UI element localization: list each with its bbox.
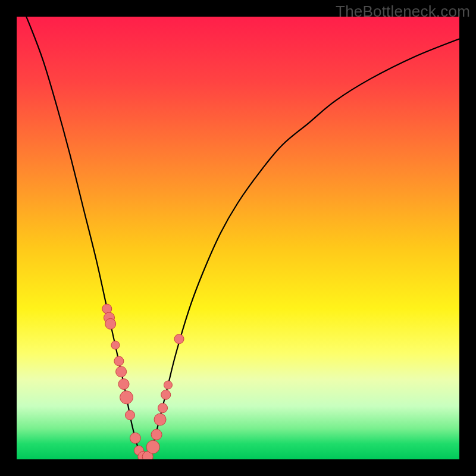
data-point (151, 429, 162, 440)
data-point (154, 414, 166, 425)
watermark-text: TheBottleneck.com (336, 2, 470, 21)
data-point (125, 411, 134, 420)
data-point (120, 391, 133, 404)
data-point (161, 390, 171, 399)
data-point (174, 334, 184, 344)
gradient-background (17, 17, 459, 459)
data-point (105, 318, 116, 329)
data-point (111, 341, 120, 349)
outer-frame: TheBottleneck.com (0, 0, 476, 476)
data-point (164, 381, 172, 389)
data-point (130, 433, 140, 443)
data-point (158, 403, 168, 413)
data-point (118, 379, 129, 390)
plot-area (17, 17, 459, 459)
data-point (116, 367, 127, 377)
chart-svg (17, 17, 459, 459)
data-point (146, 440, 159, 453)
data-point (114, 356, 124, 366)
